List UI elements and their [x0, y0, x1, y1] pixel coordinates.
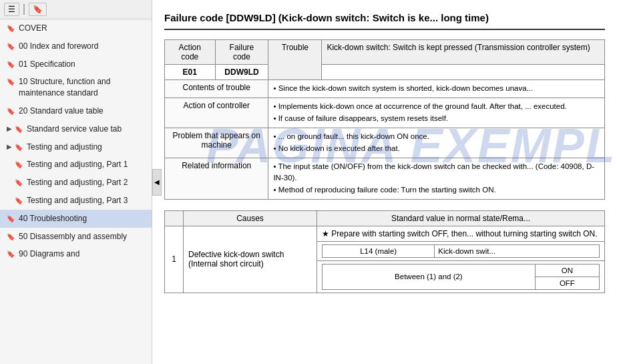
sidebar-item-cover[interactable]: COVER [0, 19, 152, 37]
sidebar-item-label: 20 Standard value table [19, 106, 146, 117]
contents-trouble-content: Since the kick-down switch system is sho… [268, 80, 605, 98]
sidebar-item-label: Testing and adjusting, Part 3 [27, 195, 146, 206]
cause-prep-note: ★ Prepare with starting switch OFF, then… [317, 226, 605, 241]
sidebar-item-40-trouble[interactable]: 40 Troubleshooting [0, 210, 152, 228]
sidebar-item-testing-adj[interactable]: ▶ Testing and adjusting [0, 138, 152, 156]
trouble-value-desc [322, 65, 605, 80]
trouble-desc-header: Kick-down switch: Switch is kept pressed… [322, 40, 605, 65]
kickdown-switch-label: Kick-down swit... [435, 244, 600, 257]
bookmark-tool-button[interactable]: 🔖 [29, 3, 47, 16]
off-value: OFF [535, 277, 599, 289]
sidebar-toolbar: ☰ 🔖 [0, 0, 152, 19]
on-value: ON [535, 264, 599, 277]
between-connector-label: Between (1) and (2) [323, 264, 536, 289]
main-content: PAGINA EXEMPLU Failure code [DDW9LD] (Ki… [152, 0, 617, 364]
bookmark-icon [15, 124, 23, 134]
bookmark-icon: 🔖 [33, 5, 43, 14]
sidebar-item-label: Standard service value tab [27, 124, 146, 135]
sidebar-item-00-index[interactable]: 00 Index and foreword [0, 37, 152, 55]
causes-num-header [165, 210, 184, 226]
failure-code-value: DDW9LD [215, 65, 268, 80]
expand-arrow-icon: ▶ [7, 124, 12, 134]
sidebar-item-testing-adj-2[interactable]: Testing and adjusting, Part 2 [0, 174, 152, 192]
divider [23, 4, 25, 15]
sidebar-item-90-diagrams[interactable]: 90 Diagrams and [0, 245, 152, 263]
collapse-sidebar-button[interactable]: ◀ [152, 169, 162, 196]
action-code-value: E01 [165, 65, 216, 80]
bookmark-icon [15, 142, 23, 152]
bookmark-icon [15, 196, 23, 206]
bookmark-icon [7, 106, 15, 116]
sidebar-item-label: Testing and adjusting, Part 2 [27, 177, 146, 188]
action-code-header: Action code [165, 40, 216, 65]
action-controller-label: Action of controller [165, 98, 268, 128]
cause-connector-header: L14 (male) Kick-down swit... [317, 241, 605, 260]
info-table: Action code Failure code Trouble Kick-do… [164, 39, 605, 200]
bookmark-icon [7, 23, 15, 33]
causes-table: Causes Standard value in normal state/Re… [164, 210, 605, 293]
action-controller-content: Implements kick-down once at occurrence … [268, 98, 605, 128]
related-info-label: Related information [165, 158, 268, 199]
sidebar-item-50-disassembly[interactable]: 50 Disassembly and assembly [0, 228, 152, 246]
sidebar: ☰ 🔖 COVER 00 Index and foreword 01 Speci… [0, 0, 152, 364]
trouble-header: Trouble [268, 40, 322, 80]
sidebar-item-testing-adj-3[interactable]: Testing and adjusting, Part 3 [0, 192, 152, 210]
bookmark-icon [15, 178, 23, 188]
sidebar-item-label: Testing and adjusting, Part 1 [27, 159, 146, 170]
sidebar-item-label: 90 Diagrams and [19, 248, 146, 260]
sidebar-item-label: 40 Troubleshooting [19, 213, 146, 224]
l14-male-label: L14 (male) [323, 244, 435, 257]
menu-icon: ☰ [8, 5, 15, 14]
sidebar-item-standard-service[interactable]: ▶ Standard service value tab [0, 120, 152, 138]
related-info-content: The input state (ON/OFF) from the kick-d… [268, 158, 605, 199]
bookmark-icon [7, 214, 15, 224]
page-title: Failure code [DDW9LD] (Kick-down switch:… [164, 11, 605, 30]
problem-machine-content: ... on ground fault... this kick-down ON… [268, 128, 605, 158]
bookmark-icon [7, 249, 15, 259]
bookmark-icon [7, 59, 15, 69]
expand-arrow-icon: ▶ [7, 142, 12, 152]
bookmark-icon [7, 41, 15, 51]
cause-number: 1 [165, 226, 184, 293]
sidebar-item-label: COVER [19, 23, 146, 34]
bookmark-icon [15, 160, 23, 170]
sidebar-item-label: 50 Disassembly and assembly [19, 231, 146, 242]
contents-trouble-label: Contents of trouble [165, 80, 268, 98]
sidebar-item-20-standard[interactable]: 20 Standard value table [0, 102, 152, 120]
between-1-2-row: Between (1) and (2) ON OFF [317, 260, 605, 293]
sidebar-item-01-spec[interactable]: 01 Specification [0, 55, 152, 73]
sidebar-item-label: 01 Specification [19, 59, 146, 70]
standard-value-header: Standard value in normal state/Rema... [317, 210, 605, 226]
menu-button[interactable]: ☰ [4, 3, 19, 16]
causes-header: Causes [184, 210, 317, 226]
sidebar-item-label: 00 Index and foreword [19, 41, 146, 52]
sidebar-item-10-structure[interactable]: 10 Structure, function and maintenance s… [0, 73, 152, 102]
failure-code-header: Failure code [215, 40, 268, 65]
sidebar-item-label: 10 Structure, function and maintenance s… [19, 76, 146, 99]
bookmark-icon [7, 77, 15, 87]
bookmark-icon [7, 232, 15, 242]
sidebar-item-label: Testing and adjusting [27, 142, 146, 153]
problem-machine-label: Problem that appears on machine [165, 128, 268, 158]
sidebar-item-testing-adj-1[interactable]: Testing and adjusting, Part 1 [0, 156, 152, 174]
cause-description: Defective kick-down switch (Internal sho… [184, 226, 317, 293]
